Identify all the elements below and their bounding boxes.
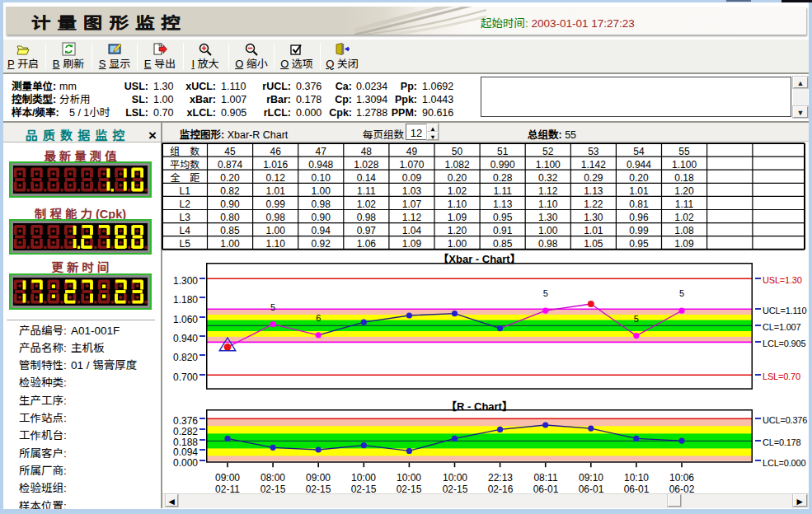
svg-text:5: 5: [543, 286, 548, 299]
svg-text:6: 6: [316, 310, 321, 323]
svg-text:5: 5: [270, 299, 275, 312]
svg-text:5: 5: [679, 286, 684, 299]
svg-text:5: 5: [634, 311, 639, 324]
